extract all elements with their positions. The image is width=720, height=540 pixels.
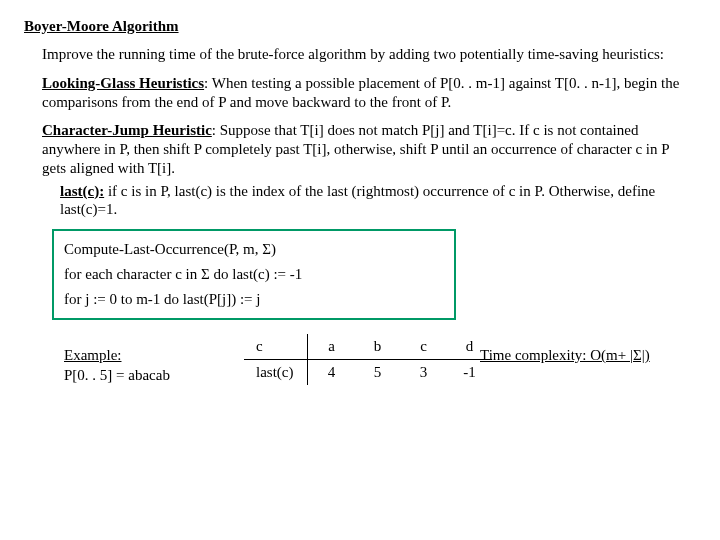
table-header-c: c (244, 334, 308, 360)
lastc-name: last(c): (60, 183, 104, 199)
example-label-2: P[0. . 5] = abacab (64, 367, 170, 383)
page-title: Boyer-Moore Algorithm (24, 18, 696, 35)
table-cell: b (354, 334, 400, 360)
looking-glass-name: Looking-Glass Heuristics (42, 75, 204, 91)
intro-paragraph: Improve the running time of the brute-fo… (42, 45, 696, 64)
table-row: c a b c d (244, 334, 492, 360)
table-header-lastc: last(c) (244, 360, 308, 386)
example-label-1: Example: (64, 347, 121, 363)
character-jump-name: Character-Jump Heuristic (42, 122, 212, 138)
looking-glass-heuristic: Looking-Glass Heuristics: When testing a… (42, 74, 696, 112)
table-cell: 5 (354, 360, 400, 386)
character-jump-heuristic: Character-Jump Heuristic: Suppose that T… (42, 121, 696, 177)
table-cell: c (400, 334, 446, 360)
example-table: c a b c d last(c) 4 5 3 -1 (244, 334, 492, 385)
time-complexity: Time complexity: O(m+ |Σ|) (480, 347, 650, 364)
lastc-definition: last(c): if c is in P, last(c) is the in… (60, 182, 696, 220)
example-label: Example: P[0. . 5] = abacab (64, 334, 194, 385)
table-cell: 3 (400, 360, 446, 386)
table-row: last(c) 4 5 3 -1 (244, 360, 492, 386)
algo-line-2: for j := 0 to m-1 do last(P[j]) := j (64, 291, 444, 308)
algorithm-box: Compute-Last-Occurrence(P, m, Σ) for eac… (52, 229, 456, 320)
lastc-text: if c is in P, last(c) is the index of th… (60, 183, 655, 218)
table-cell: 4 (308, 360, 355, 386)
table-cell: a (308, 334, 355, 360)
algo-header: Compute-Last-Occurrence(P, m, Σ) (64, 241, 444, 258)
algo-line-1: for each character c in Σ do last(c) := … (64, 266, 444, 283)
